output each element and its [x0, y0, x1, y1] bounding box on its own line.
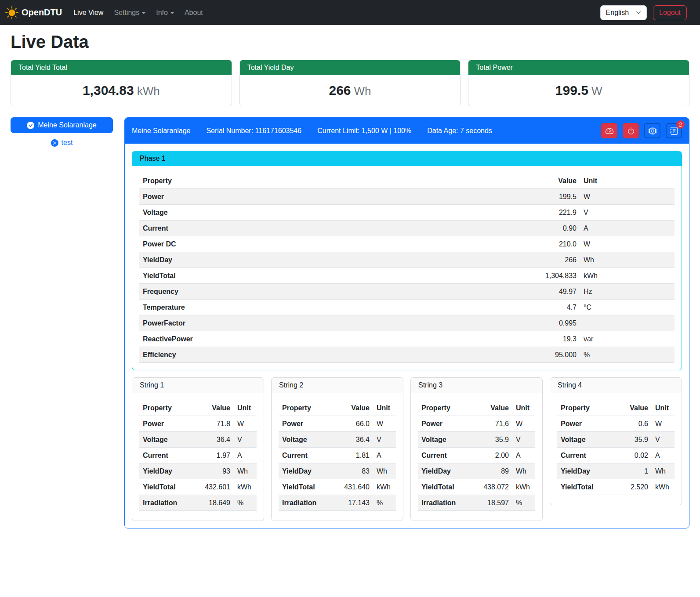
- table-header-row: PropertyValueUnit: [279, 400, 396, 416]
- row-unit: A: [580, 221, 675, 236]
- row-unit: °C: [580, 300, 675, 315]
- row-property: Power DC: [139, 236, 403, 252]
- table-row: YieldTotal1,304.833kWh: [139, 268, 675, 284]
- row-value: 0.995: [403, 315, 580, 331]
- card-title: Total Yield Day: [240, 60, 461, 75]
- logout-button[interactable]: Logout: [653, 5, 687, 20]
- table-row: Voltage36.4V: [139, 432, 257, 448]
- string-card-title: String 3: [411, 378, 542, 393]
- table-row: Power66.0W: [279, 416, 396, 432]
- row-value: 0.6: [615, 416, 652, 432]
- total-power-card: Total Power 199.5W: [468, 60, 689, 106]
- string-table: PropertyValueUnitPower0.6WVoltage35.9VCu…: [557, 400, 675, 495]
- serial-number: Serial Number: 116171603546: [206, 127, 301, 135]
- row-unit: W: [373, 416, 396, 432]
- row-unit: Hz: [580, 284, 675, 300]
- row-value: 71.8: [192, 416, 234, 432]
- string-table: PropertyValueUnitPower66.0WVoltage36.4VC…: [279, 400, 396, 511]
- event-count-badge: 2: [676, 120, 685, 129]
- power-button[interactable]: [623, 123, 639, 138]
- table-row: Voltage35.9V: [418, 432, 535, 448]
- column-header-value: Value: [471, 400, 512, 416]
- row-value: 95.000: [403, 347, 580, 363]
- table-row: YieldDay83Wh: [279, 463, 396, 479]
- table-row: Voltage221.9V: [139, 205, 675, 221]
- table-row: Power71.8W: [139, 416, 257, 432]
- gauge-icon: [606, 127, 613, 135]
- nav-info[interactable]: Info: [152, 5, 178, 20]
- row-property: ReactivePower: [139, 331, 403, 347]
- row-property: YieldDay: [139, 252, 403, 268]
- row-unit: V: [373, 432, 396, 448]
- event-log-button[interactable]: 2: [666, 123, 682, 138]
- nav-about[interactable]: About: [181, 5, 207, 20]
- brand[interactable]: OpenDTU: [5, 6, 62, 19]
- power-icon: [627, 127, 635, 135]
- row-value: 19.3: [403, 331, 580, 347]
- nav-info-label: Info: [156, 9, 168, 17]
- string-table: PropertyValueUnitPower71.6WVoltage35.9VC…: [418, 400, 535, 511]
- phase-table: Property Value Unit Power199.5WVoltage22…: [139, 173, 675, 363]
- row-property: Frequency: [139, 284, 403, 300]
- row-unit: [580, 315, 675, 331]
- row-unit: A: [373, 448, 396, 463]
- row-value: 35.9: [471, 432, 512, 448]
- chevron-down-icon: [142, 12, 145, 14]
- row-property: YieldDay: [139, 463, 192, 479]
- row-property: Irradiation: [139, 495, 192, 511]
- column-header-value: Value: [403, 173, 580, 189]
- row-property: Voltage: [418, 432, 471, 448]
- nav-live-view[interactable]: Live View: [70, 5, 107, 20]
- row-unit: kWh: [580, 268, 675, 284]
- row-unit: W: [580, 189, 675, 205]
- row-property: YieldTotal: [139, 479, 192, 495]
- table-row: Voltage36.4V: [279, 432, 396, 448]
- row-unit: A: [234, 448, 257, 463]
- card-value: 1,304.83: [83, 83, 134, 98]
- column-header-property: Property: [418, 400, 471, 416]
- inverter-panel-header: Meine Solaranlage Serial Number: 1161716…: [125, 118, 689, 144]
- phase-table-body: Power199.5WVoltage221.9VCurrent0.90APowe…: [139, 189, 675, 363]
- nav-settings[interactable]: Settings: [110, 5, 149, 20]
- row-property: Efficiency: [139, 347, 403, 363]
- row-value: 36.4: [192, 432, 234, 448]
- string-card-title: String 1: [132, 378, 264, 393]
- column-header-unit: Unit: [580, 173, 675, 189]
- row-value: 0.90: [403, 221, 580, 236]
- row-unit: A: [512, 448, 535, 463]
- inverter-item-test[interactable]: test: [11, 139, 113, 147]
- limit-settings-button[interactable]: [601, 123, 617, 138]
- row-value: 4.7: [403, 300, 580, 315]
- table-row: Power199.5W: [139, 189, 675, 205]
- row-value: 89: [471, 463, 512, 479]
- row-property: YieldDay: [279, 463, 332, 479]
- column-header-value: Value: [332, 400, 373, 416]
- inverter-select-button[interactable]: Meine Solaranlage: [11, 117, 113, 133]
- row-unit: kWh: [234, 479, 257, 495]
- string-card-title: String 4: [550, 378, 682, 393]
- row-property: Current: [418, 448, 471, 463]
- row-unit: var: [580, 331, 675, 347]
- table-header-row: PropertyValueUnit: [418, 400, 535, 416]
- table-row: Temperature4.7°C: [139, 300, 675, 315]
- string-card: String 3PropertyValueUnitPower71.6WVolta…: [410, 377, 543, 521]
- column-header-unit: Unit: [652, 400, 675, 416]
- table-row: Irradiation18.597%: [418, 495, 535, 511]
- column-header-value: Value: [615, 400, 652, 416]
- panel-actions: 2: [601, 123, 682, 138]
- row-property: Power: [557, 416, 615, 432]
- table-header-row: PropertyValueUnit: [139, 400, 257, 416]
- table-row: PowerFactor0.995: [139, 315, 675, 331]
- column-header-property: Property: [557, 400, 615, 416]
- cpu-icon: [649, 127, 656, 135]
- row-value: 1.97: [192, 448, 234, 463]
- language-select[interactable]: English: [600, 5, 647, 20]
- row-property: Power: [418, 416, 471, 432]
- row-value: 35.9: [615, 432, 652, 448]
- row-property: YieldTotal: [279, 479, 332, 495]
- row-value: 431.640: [332, 479, 373, 495]
- row-unit: kWh: [373, 479, 396, 495]
- row-unit: V: [580, 205, 675, 221]
- device-info-button[interactable]: [644, 123, 660, 138]
- table-row: Voltage35.9V: [557, 432, 675, 448]
